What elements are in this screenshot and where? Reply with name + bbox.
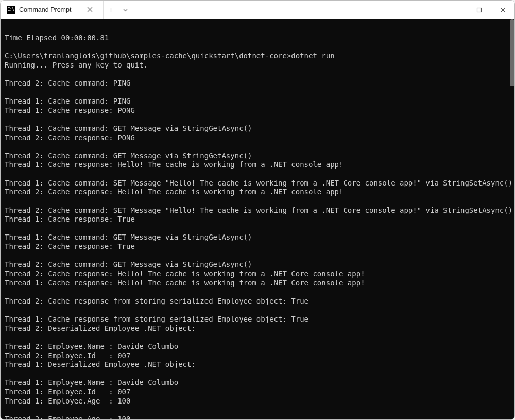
- tab-command-prompt[interactable]: C:\ Command Prompt: [1, 1, 104, 19]
- new-tab-button[interactable]: [104, 1, 118, 19]
- maximize-button[interactable]: [467, 1, 491, 19]
- titlebar[interactable]: C:\ Command Prompt: [1, 1, 514, 19]
- terminal-text: Time Elapsed 00:00:00.81 C:\Users\franla…: [5, 24, 511, 419]
- close-button[interactable]: [491, 1, 514, 19]
- scrollbar[interactable]: [510, 19, 514, 419]
- window: C:\ Command Prompt Time Elapsed 00:00:00…: [0, 0, 515, 420]
- tab-close-button[interactable]: [82, 1, 97, 19]
- window-controls: [443, 1, 514, 19]
- tab-title: Command Prompt: [19, 6, 78, 13]
- minimize-button[interactable]: [443, 1, 467, 19]
- drag-region[interactable]: [132, 1, 443, 19]
- terminal-output[interactable]: Time Elapsed 00:00:00.81 C:\Users\franla…: [1, 19, 514, 419]
- cmd-icon: C:\: [7, 6, 15, 14]
- scrollbar-thumb[interactable]: [510, 19, 514, 86]
- svg-rect-0: [477, 8, 481, 12]
- tab-dropdown-button[interactable]: [118, 1, 132, 19]
